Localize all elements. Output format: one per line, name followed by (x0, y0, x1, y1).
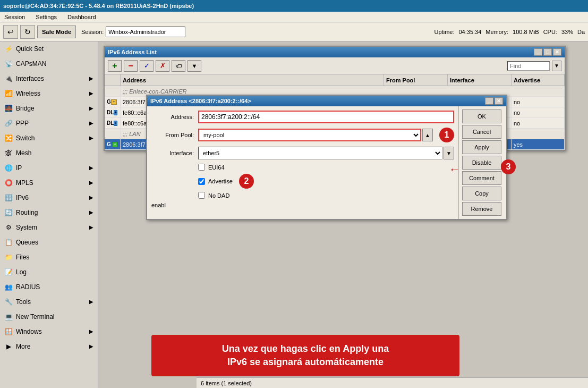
address-input[interactable] (198, 111, 454, 123)
sidebar-item-mpls[interactable]: ⭕ MPLS ▶ (0, 175, 98, 190)
memory-label: Memory: (485, 29, 508, 35)
session-input[interactable] (106, 27, 185, 37)
ipv6-arrow: ▶ (89, 195, 93, 200)
from-pool-select[interactable]: my-pool (198, 129, 421, 141)
detail-minimize-button[interactable]: _ (485, 97, 493, 105)
row3-flag: DL + (105, 118, 121, 128)
interfaces-icon: 🔌 (4, 74, 13, 83)
remove-button[interactable]: Remove (462, 202, 501, 216)
wireless-icon: 📶 (4, 89, 13, 98)
terminal-icon: 💻 (4, 313, 13, 321)
queues-icon: 📋 (4, 238, 13, 247)
interface-select[interactable]: ether5 (198, 147, 442, 159)
sidebar-item-radius[interactable]: 👥 RADIUS (0, 280, 98, 294)
no-dad-checkbox[interactable] (198, 192, 205, 199)
sidebar-label-more: More (16, 343, 30, 350)
sidebar-item-tools[interactable]: 🔧 Tools ▶ (0, 294, 98, 309)
remove-button[interactable]: − (124, 60, 138, 72)
from-pool-up-button[interactable]: ▲ (422, 129, 433, 141)
sidebar-item-bridge[interactable]: 🌉 Bridge ▶ (0, 101, 98, 116)
row1-flag-icon: + (111, 99, 117, 105)
list-window-title: IPv6 Address List (108, 49, 157, 55)
annotation-banner: Una vez que hagas clic en Apply unaIPv6 … (151, 335, 459, 376)
sidebar-item-windows[interactable]: 🪟 Windows ▶ (0, 324, 98, 339)
sidebar-label-ppp: PPP (16, 120, 29, 127)
sidebar-label-log: Log (16, 268, 27, 276)
menu-session[interactable]: Session (2, 14, 27, 20)
advertise-row: Advertise 2 (198, 174, 454, 189)
eui64-checkbox[interactable] (198, 164, 205, 171)
advertise-checkbox[interactable] (198, 178, 205, 185)
add-button[interactable]: + (108, 60, 122, 72)
ok-button[interactable]: OK (462, 109, 501, 123)
interface-down-button[interactable]: ▼ (444, 147, 454, 159)
detail-win-controls: _ ✕ (485, 97, 503, 105)
disable-button[interactable]: Disable (462, 156, 501, 170)
sidebar-item-capsman[interactable]: 📡 CAPsMAN (0, 56, 98, 71)
list-dropdown-button[interactable]: ▼ (552, 61, 561, 71)
sidebar-item-wireless[interactable]: 📶 Wireless ▶ (0, 86, 98, 101)
list-maximize-button[interactable]: □ (543, 48, 552, 56)
sidebar-item-queues[interactable]: 📋 Queues (0, 235, 98, 250)
address-label: Address: (151, 114, 194, 120)
sidebar-item-log[interactable]: 📝 Log (0, 265, 98, 280)
find-input[interactable] (507, 61, 550, 71)
sidebar-label-capsman: CAPsMAN (16, 60, 46, 68)
filter-button[interactable]: ▼ (188, 60, 201, 72)
detail-window-titlebar: IPv6 Address <2806:3f7:a200:2::/64> _ ✕ (147, 96, 506, 106)
content-area: IPv6 Address List _ □ ✕ + − ✓ ✗ 🏷 ▼ ▼ (98, 41, 588, 388)
sidebar-item-ppp[interactable]: 🔗 PPP ▶ (0, 116, 98, 131)
sidebar-label-interfaces: Interfaces (16, 75, 44, 82)
list-close-button[interactable]: ✕ (553, 48, 561, 56)
forward-button[interactable]: ↻ (20, 25, 35, 39)
sidebar-label-wireless: Wireless (16, 90, 40, 97)
mpls-icon: ⭕ (4, 179, 13, 187)
col-flag (105, 74, 121, 86)
col-advertise: Advertise (512, 74, 565, 86)
sidebar-item-interfaces[interactable]: 🔌 Interfaces ▶ (0, 71, 98, 86)
selected-advertise: yes (512, 139, 565, 149)
selected-flag: G + (105, 139, 121, 149)
files-icon: 📁 (4, 253, 13, 262)
comment-button[interactable]: Comment (462, 171, 501, 185)
col-address: Address (121, 74, 384, 86)
sidebar-label-switch: Switch (16, 134, 35, 142)
section-lan-empty (105, 129, 121, 139)
sidebar-label-files: Files (16, 254, 29, 261)
annotation-circle-3: 3 (501, 159, 516, 174)
tools-icon: 🔧 (4, 298, 13, 306)
sidebar-item-more[interactable]: ▶ More ▶ (0, 339, 98, 354)
sidebar: ⚡ Quick Set 📡 CAPsMAN 🔌 Interfaces ▶ 📶 W… (0, 41, 98, 388)
capsman-icon: 📡 (4, 60, 13, 68)
comment-button[interactable]: 🏷 (172, 60, 185, 72)
more-icon: ▶ (4, 342, 13, 351)
detail-close-button[interactable]: ✕ (495, 97, 503, 105)
sidebar-item-new-terminal[interactable]: 💻 New Terminal (0, 309, 98, 324)
sidebar-item-quick-set[interactable]: ⚡ Quick Set (0, 41, 98, 56)
enable-button[interactable]: ✓ (140, 60, 154, 72)
mesh-icon: 🕸 (4, 149, 13, 157)
menu-settings[interactable]: Settings (33, 14, 59, 20)
menu-dashboard[interactable]: Dashboard (65, 14, 98, 20)
interface-row: Interface: ether5 ▼ (151, 147, 454, 159)
disable-button[interactable]: ✗ (156, 60, 169, 72)
interfaces-arrow: ▶ (89, 75, 93, 81)
back-button[interactable]: ↩ (3, 25, 18, 39)
sidebar-item-system[interactable]: ⚙ System ▶ (0, 220, 98, 235)
tools-arrow: ▶ (89, 299, 93, 305)
sidebar-item-switch[interactable]: 🔀 Switch ▶ (0, 131, 98, 146)
sidebar-item-ip[interactable]: 🌐 IP ▶ (0, 161, 98, 175)
safe-mode-button[interactable]: Safe Mode (37, 26, 76, 38)
list-minimize-button[interactable]: _ (534, 48, 542, 56)
main-layout: ⚡ Quick Set 📡 CAPsMAN 🔌 Interfaces ▶ 📶 W… (0, 41, 588, 388)
copy-button[interactable]: Copy (462, 187, 501, 200)
cancel-button[interactable]: Cancel (462, 125, 501, 139)
sidebar-item-routing[interactable]: 🔄 Routing ▶ (0, 205, 98, 220)
from-pool-row: From Pool: my-pool ▲ 1 (151, 128, 454, 142)
sidebar-item-mesh[interactable]: 🕸 Mesh (0, 146, 98, 161)
sidebar-item-ipv6[interactable]: 🔢 IPv6 ▶ (0, 190, 98, 205)
form-area: Address: From Pool: my-pool ▲ 1 (147, 106, 458, 219)
sidebar-item-files[interactable]: 📁 Files (0, 250, 98, 265)
system-icon: ⚙ (4, 223, 13, 232)
apply-button[interactable]: Apply (462, 140, 501, 154)
